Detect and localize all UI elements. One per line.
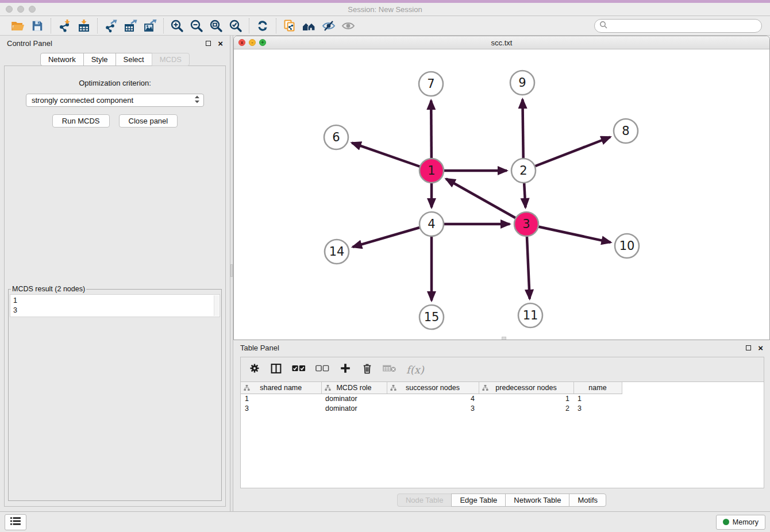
save-session-button[interactable]	[29, 18, 45, 34]
tab-network-table[interactable]: Network Table	[505, 494, 569, 507]
column-header-successor-nodes[interactable]: successor nodes	[387, 382, 479, 394]
control-panel-title: Control Panel	[7, 39, 52, 48]
zoom-fit-button[interactable]	[208, 18, 224, 34]
graph-node-7[interactable]: 7	[419, 72, 443, 96]
panel-splitter[interactable]	[230, 36, 233, 511]
memory-button[interactable]: Memory	[716, 515, 765, 530]
splitter-grip[interactable]	[230, 264, 233, 277]
add-column-button[interactable]	[339, 362, 352, 377]
mcds-result-fieldset: MCDS result (2 nodes) 1 3	[8, 285, 222, 501]
tab-style[interactable]: Style	[83, 53, 116, 66]
tab-node-table[interactable]: Node Table	[397, 494, 452, 507]
import-network-button[interactable]	[56, 18, 72, 34]
cell-successor-nodes[interactable]: 4	[387, 394, 479, 403]
import-table-button[interactable]	[76, 18, 92, 34]
import-network-icon	[57, 19, 71, 33]
network-window-titlebar[interactable]: x - + scc.txt	[234, 36, 769, 49]
graph-edge-2-8[interactable]	[523, 137, 610, 171]
zoom-selected-button[interactable]	[228, 18, 244, 34]
cell-name[interactable]: 1	[573, 394, 622, 403]
apply-layout-button[interactable]	[255, 18, 271, 34]
network-graph: 7968124314101511	[234, 49, 769, 340]
svg-text:8: 8	[622, 124, 629, 138]
export-table-icon	[124, 19, 137, 33]
graph-edge-3-10[interactable]	[526, 224, 611, 242]
tab-motifs[interactable]: Motifs	[569, 494, 606, 507]
cell-name[interactable]: 3	[573, 403, 622, 413]
run-mcds-button[interactable]: Run MCDS	[52, 114, 110, 128]
mcds-panel: Optimization criterion: strongly connect…	[4, 65, 226, 507]
graph-node-9[interactable]: 9	[510, 71, 534, 95]
node-table: shared nameMCDS rolesuccessor nodesprede…	[241, 382, 622, 413]
hide-selected-button[interactable]	[321, 18, 337, 34]
cell-mcds-role[interactable]: dominator	[321, 394, 387, 403]
close-panel-button[interactable]: Close panel	[119, 114, 178, 128]
table-row: 3dominator323	[241, 403, 622, 413]
table-panel-tabs: Node TableEdge TableNetwork TableMotifs	[233, 494, 770, 507]
sort-tree-icon	[244, 384, 250, 393]
graph-node-2[interactable]: 2	[511, 159, 536, 183]
export-network-icon	[104, 19, 118, 33]
float-panel-icon[interactable]	[206, 41, 211, 46]
export-table-button[interactable]	[122, 18, 138, 34]
task-history-button[interactable]	[5, 514, 26, 530]
graph-node-8[interactable]: 8	[614, 119, 638, 143]
first-neighbors-button[interactable]	[301, 18, 317, 34]
result-scrollbar[interactable]	[214, 295, 219, 316]
cell-shared-name[interactable]: 3	[241, 403, 321, 413]
checked-boxes-icon	[292, 364, 306, 375]
search-field[interactable]	[594, 19, 762, 33]
open-session-button[interactable]	[10, 18, 26, 34]
show-all-button[interactable]	[340, 18, 356, 34]
graph-node-4[interactable]: 4	[419, 212, 444, 236]
svg-text:10: 10	[619, 239, 635, 253]
svg-text:7: 7	[427, 77, 434, 91]
graph-node-6[interactable]: 6	[324, 125, 348, 149]
zoom-in-icon	[170, 19, 184, 33]
show-columns-button[interactable]	[270, 363, 282, 377]
new-network-from-selection-button[interactable]	[282, 18, 298, 34]
graph-node-14[interactable]: 14	[325, 240, 349, 264]
graph-edge-3-1[interactable]	[446, 179, 526, 224]
column-header-mcds-role[interactable]: MCDS role	[321, 382, 387, 394]
graph-node-10[interactable]: 10	[615, 234, 639, 258]
main-toolbar	[0, 16, 770, 36]
control-panel-tabs: NetworkStyleSelectMCDS	[0, 53, 230, 66]
column-header-predecessor-nodes[interactable]: predecessor nodes	[479, 382, 573, 394]
search-input[interactable]	[610, 22, 757, 30]
export-image-button[interactable]	[142, 18, 158, 34]
cell-predecessor-nodes[interactable]: 1	[479, 394, 573, 403]
select-all-button[interactable]	[292, 364, 306, 375]
graph-node-1[interactable]: 1	[419, 159, 444, 183]
graph-node-3[interactable]: 3	[514, 212, 538, 236]
zoom-out-button[interactable]	[188, 18, 205, 34]
optimization-criterion-select[interactable]: strongly connected component	[26, 94, 204, 107]
zoom-in-button[interactable]	[169, 18, 185, 34]
column-header-shared-name[interactable]: shared name	[241, 382, 321, 394]
network-window-title: scc.txt	[234, 38, 769, 47]
export-network-button[interactable]	[103, 18, 119, 34]
delete-column-button[interactable]	[361, 363, 373, 377]
import-table-icon	[77, 19, 91, 33]
deselect-all-button[interactable]	[315, 364, 329, 375]
close-table-panel-icon[interactable]: ×	[758, 344, 763, 352]
network-canvas[interactable]: 7968124314101511	[234, 49, 769, 340]
cell-predecessor-nodes[interactable]: 2	[479, 403, 573, 413]
graph-node-15[interactable]: 15	[419, 305, 444, 329]
cell-successor-nodes[interactable]: 3	[387, 403, 479, 413]
cell-shared-name[interactable]: 1	[241, 394, 321, 403]
close-panel-icon[interactable]: ×	[218, 39, 223, 48]
graph-node-11[interactable]: 11	[518, 303, 542, 327]
tab-mcds[interactable]: MCDS	[152, 53, 190, 66]
float-table-panel-icon[interactable]	[746, 345, 751, 350]
tab-edge-table[interactable]: Edge Table	[451, 494, 506, 507]
application-window: Session: New Session	[0, 0, 770, 532]
tab-network[interactable]: Network	[40, 53, 84, 66]
column-header-name[interactable]: name	[573, 382, 622, 394]
cell-mcds-role[interactable]: dominator	[321, 403, 387, 413]
sort-tree-icon	[482, 384, 488, 393]
svg-text:9: 9	[518, 76, 526, 90]
tab-select[interactable]: Select	[116, 53, 152, 66]
table-settings-button[interactable]	[249, 363, 260, 376]
table-row: 1dominator411	[241, 394, 622, 403]
